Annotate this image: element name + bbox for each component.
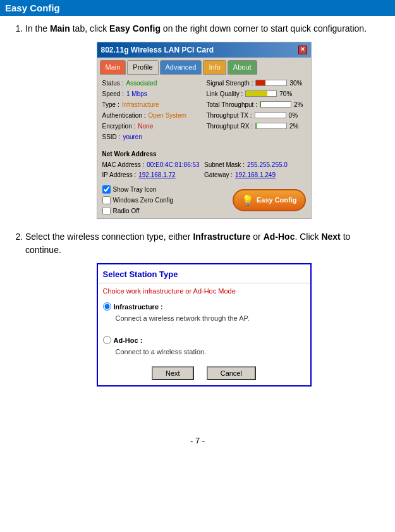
tp-tx-bar xyxy=(255,112,286,118)
next-button[interactable]: Next xyxy=(152,366,194,380)
speed-row: Speed : 1 Mbps xyxy=(102,89,202,99)
windows-zero-checkbox[interactable] xyxy=(102,196,111,204)
card-ui: 802.11g Wireless LAN PCI Card ✕ Main Pro… xyxy=(97,42,312,219)
tp-tx-row: Throughput TX : 0% xyxy=(207,111,306,120)
header-title: Easy Config xyxy=(5,3,60,13)
auth-row: Authentication : Open System xyxy=(102,111,202,120)
signal-row: Signal Strength : 30% xyxy=(207,78,306,88)
total-tp-row: Total Throughput : 2% xyxy=(207,100,306,109)
main-tab-ref: Main xyxy=(50,23,70,34)
next-ref: Next xyxy=(321,232,340,242)
tab-info[interactable]: Info xyxy=(203,60,226,75)
total-tp-bar xyxy=(260,101,291,108)
easy-config-button[interactable]: 💡 Easy Config xyxy=(233,189,306,211)
card-title: 802.11g Wireless LAN PCI Card xyxy=(101,44,214,56)
infrastructure-ref: Infrastructure xyxy=(193,232,250,242)
tp-rx-bar xyxy=(255,123,287,129)
steps-list: In the Main tab, click Easy Config on th… xyxy=(13,22,382,387)
adhoc-desc: Connect to a wireless station. xyxy=(103,347,305,357)
adhoc-label: Ad-Hoc : xyxy=(103,335,305,346)
card-network: Net Work Address MAC Address : 00:E0:4C:… xyxy=(97,147,311,182)
card-body: Status : Associated Speed : 1 Mbps Type … xyxy=(97,75,311,147)
station-buttons: Next Cancel xyxy=(98,360,310,385)
show-tray-checkbox[interactable] xyxy=(102,185,111,194)
link-bar xyxy=(245,90,277,97)
step-2-text: Select the wireless connection type, eit… xyxy=(25,230,382,257)
adhoc-option: Ad-Hoc : Connect to a wireless station. xyxy=(98,333,310,360)
type-row: Type : Infrastructure xyxy=(102,100,202,109)
net-address-grid: MAC Address : 00:E0:4C:81:86:53 Subnet M… xyxy=(102,160,306,180)
adhoc-ref: Ad-Hoc xyxy=(264,232,295,242)
easy-config-ref: Easy Config xyxy=(109,23,161,34)
station-dialog-subtitle: Choice work infrastructure or Ad-Hoc Mod… xyxy=(98,283,310,299)
infrastructure-label: Infrastructure : xyxy=(103,302,305,312)
subnet-row: Subnet Mask : 255.255.255.0 xyxy=(204,160,306,170)
step-1-text: In the Main tab, click Easy Config on th… xyxy=(25,22,382,35)
step-2: Select the wireless connection type, eit… xyxy=(25,230,382,387)
encryption-row: Encryption : None xyxy=(102,121,202,131)
screenshot-2-container: Select Station Type Choice work infrastr… xyxy=(25,263,382,387)
radio-off-checkbox[interactable] xyxy=(102,207,111,215)
status-row: Status : Associated xyxy=(102,78,202,88)
card-footer: Show Tray Icon Windows Zero Config Radio… xyxy=(97,182,311,218)
infrastructure-desc: Connect a wireless network through the A… xyxy=(103,313,305,324)
station-dialog-title: Select Station Type xyxy=(98,264,310,284)
checkboxes: Show Tray Icon Windows Zero Config Radio… xyxy=(102,185,174,216)
right-col: Signal Strength : 30% Link Quality : 70%… xyxy=(207,78,306,143)
infrastructure-radio[interactable] xyxy=(103,302,111,311)
page-number: - 7 - xyxy=(190,436,205,445)
ip-row: IP Address : 192.168.1.72 xyxy=(102,170,204,180)
station-dialog: Select Station Type Choice work infrastr… xyxy=(97,263,312,387)
screenshot-1-container: 802.11g Wireless LAN PCI Card ✕ Main Pro… xyxy=(25,42,382,219)
tab-main[interactable]: Main xyxy=(100,60,126,75)
tp-rx-row: Throughput RX : 2% xyxy=(207,121,306,131)
tab-advanced[interactable]: Advanced xyxy=(160,60,202,75)
left-col: Status : Associated Speed : 1 Mbps Type … xyxy=(102,78,202,143)
close-button[interactable]: ✕ xyxy=(298,46,307,54)
cancel-button[interactable]: Cancel xyxy=(207,366,256,380)
mac-row: MAC Address : 00:E0:4C:81:86:53 xyxy=(102,160,204,170)
tab-profile[interactable]: Profile xyxy=(127,60,158,75)
card-titlebar: 802.11g Wireless LAN PCI Card ✕ xyxy=(97,42,311,58)
page-content: In the Main tab, click Easy Config on th… xyxy=(0,16,395,411)
page-header: Easy Config xyxy=(0,0,395,16)
card-tabs: Main Profile Advanced Info About xyxy=(97,58,311,75)
signal-bar xyxy=(255,80,287,86)
windows-zero-row: Windows Zero Config xyxy=(102,195,174,205)
step-1: In the Main tab, click Easy Config on th… xyxy=(25,22,382,219)
show-tray-row: Show Tray Icon xyxy=(102,185,174,194)
tab-about[interactable]: About xyxy=(228,60,257,75)
lightbulb-icon: 💡 xyxy=(241,194,254,206)
radio-off-row: Radio Off xyxy=(102,206,174,216)
adhoc-radio[interactable] xyxy=(103,336,111,344)
ssid-row: SSID : youren xyxy=(102,132,202,142)
gw-row: Gateway : 192.168.1.249 xyxy=(204,170,306,180)
link-row: Link Quality : 70% xyxy=(207,89,306,99)
page-footer: - 7 - xyxy=(0,436,395,445)
infrastructure-option: Infrastructure : Connect a wireless netw… xyxy=(98,299,310,326)
